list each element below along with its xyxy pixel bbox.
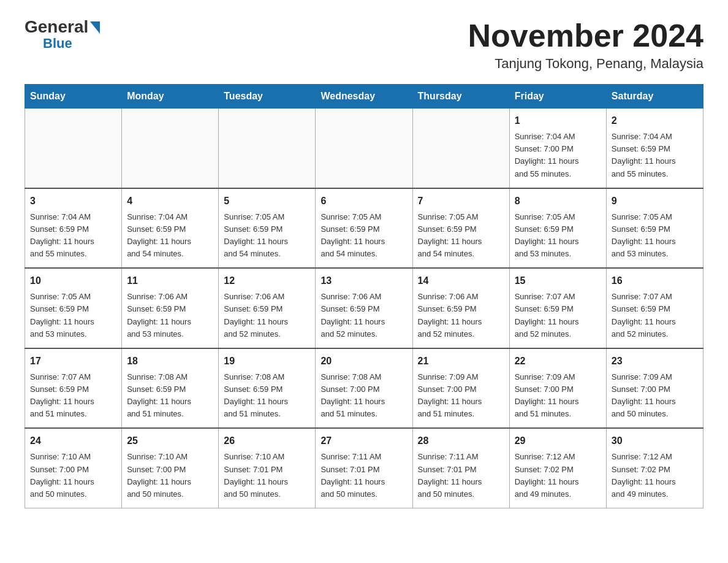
day-info: Sunrise: 7:10 AM Sunset: 7:00 PM Dayligh…: [30, 451, 116, 500]
day-info: Sunrise: 7:04 AM Sunset: 6:59 PM Dayligh…: [127, 211, 213, 261]
calendar-cell: [412, 109, 509, 188]
page-subtitle: Tanjung Tokong, Penang, Malaysia: [468, 56, 703, 72]
day-info: Sunrise: 7:06 AM Sunset: 6:59 PM Dayligh…: [418, 291, 504, 340]
day-info: Sunrise: 7:05 AM Sunset: 6:59 PM Dayligh…: [320, 211, 407, 261]
calendar-week-row: 10Sunrise: 7:05 AM Sunset: 6:59 PM Dayli…: [25, 268, 703, 348]
day-info: Sunrise: 7:08 AM Sunset: 6:59 PM Dayligh…: [224, 371, 310, 421]
calendar-cell: 4Sunrise: 7:04 AM Sunset: 6:59 PM Daylig…: [122, 188, 219, 269]
day-number: 2: [612, 113, 698, 128]
calendar-cell: 5Sunrise: 7:05 AM Sunset: 6:59 PM Daylig…: [219, 188, 316, 269]
day-number: 14: [418, 274, 504, 288]
day-number: 28: [418, 434, 504, 448]
logo: General Blue: [25, 18, 100, 52]
day-number: 7: [418, 194, 504, 209]
calendar-cell: 29Sunrise: 7:12 AM Sunset: 7:02 PM Dayli…: [509, 428, 606, 508]
calendar-cell: 21Sunrise: 7:09 AM Sunset: 7:00 PM Dayli…: [412, 348, 509, 429]
day-number: 11: [127, 274, 213, 288]
day-info: Sunrise: 7:04 AM Sunset: 6:59 PM Dayligh…: [30, 211, 116, 261]
calendar-week-row: 17Sunrise: 7:07 AM Sunset: 6:59 PM Dayli…: [25, 348, 703, 429]
day-info: Sunrise: 7:06 AM Sunset: 6:59 PM Dayligh…: [320, 291, 407, 340]
day-number: 22: [515, 354, 601, 369]
day-info: Sunrise: 7:05 AM Sunset: 6:59 PM Dayligh…: [30, 291, 116, 340]
day-info: Sunrise: 7:08 AM Sunset: 6:59 PM Dayligh…: [127, 371, 213, 421]
day-info: Sunrise: 7:04 AM Sunset: 6:59 PM Dayligh…: [612, 131, 698, 180]
day-number: 30: [612, 434, 698, 448]
day-info: Sunrise: 7:11 AM Sunset: 7:01 PM Dayligh…: [418, 451, 504, 500]
calendar-header-wednesday: Wednesday: [316, 85, 412, 109]
calendar-header-friday: Friday: [509, 85, 606, 109]
day-info: Sunrise: 7:07 AM Sunset: 6:59 PM Dayligh…: [30, 371, 116, 421]
calendar-cell: 11Sunrise: 7:06 AM Sunset: 6:59 PM Dayli…: [122, 268, 219, 348]
day-number: 9: [612, 194, 698, 209]
logo-triangle-icon: [90, 21, 100, 34]
day-info: Sunrise: 7:05 AM Sunset: 6:59 PM Dayligh…: [224, 211, 310, 261]
calendar-week-row: 24Sunrise: 7:10 AM Sunset: 7:00 PM Dayli…: [25, 428, 703, 508]
day-info: Sunrise: 7:07 AM Sunset: 6:59 PM Dayligh…: [612, 291, 698, 340]
calendar-cell: [219, 109, 316, 188]
calendar-cell: 30Sunrise: 7:12 AM Sunset: 7:02 PM Dayli…: [606, 428, 703, 508]
day-info: Sunrise: 7:09 AM Sunset: 7:00 PM Dayligh…: [418, 371, 504, 421]
calendar-cell: 20Sunrise: 7:08 AM Sunset: 7:00 PM Dayli…: [316, 348, 412, 429]
calendar-cell: 25Sunrise: 7:10 AM Sunset: 7:00 PM Dayli…: [122, 428, 219, 508]
calendar-cell: 14Sunrise: 7:06 AM Sunset: 6:59 PM Dayli…: [412, 268, 509, 348]
calendar-header-thursday: Thursday: [412, 85, 509, 109]
calendar-cell: 12Sunrise: 7:06 AM Sunset: 6:59 PM Dayli…: [219, 268, 316, 348]
calendar-cell: [316, 109, 412, 188]
day-info: Sunrise: 7:10 AM Sunset: 7:01 PM Dayligh…: [224, 451, 310, 500]
day-info: Sunrise: 7:12 AM Sunset: 7:02 PM Dayligh…: [515, 451, 601, 500]
day-number: 4: [127, 194, 213, 209]
day-info: Sunrise: 7:11 AM Sunset: 7:01 PM Dayligh…: [320, 451, 407, 500]
calendar-cell: 1Sunrise: 7:04 AM Sunset: 7:00 PM Daylig…: [509, 109, 606, 188]
calendar-cell: 10Sunrise: 7:05 AM Sunset: 6:59 PM Dayli…: [25, 268, 122, 348]
day-info: Sunrise: 7:10 AM Sunset: 7:00 PM Dayligh…: [127, 451, 213, 500]
calendar-table: SundayMondayTuesdayWednesdayThursdayFrid…: [25, 84, 703, 508]
day-number: 19: [224, 354, 310, 369]
day-info: Sunrise: 7:05 AM Sunset: 6:59 PM Dayligh…: [612, 211, 698, 261]
day-number: 21: [418, 354, 504, 369]
day-number: 12: [224, 274, 310, 288]
calendar-cell: 24Sunrise: 7:10 AM Sunset: 7:00 PM Dayli…: [25, 428, 122, 508]
page-header: General Blue November 2024 Tanjung Tokon…: [25, 18, 703, 72]
calendar-cell: 3Sunrise: 7:04 AM Sunset: 6:59 PM Daylig…: [25, 188, 122, 269]
day-number: 1: [515, 113, 601, 128]
day-number: 20: [320, 354, 407, 369]
calendar-week-row: 1Sunrise: 7:04 AM Sunset: 7:00 PM Daylig…: [25, 109, 703, 188]
day-number: 29: [515, 434, 601, 448]
calendar-cell: 27Sunrise: 7:11 AM Sunset: 7:01 PM Dayli…: [316, 428, 412, 508]
day-number: 3: [30, 194, 116, 209]
day-info: Sunrise: 7:07 AM Sunset: 6:59 PM Dayligh…: [515, 291, 601, 340]
day-number: 8: [515, 194, 601, 209]
day-number: 13: [320, 274, 407, 288]
calendar-header-saturday: Saturday: [606, 85, 703, 109]
page-title: November 2024: [468, 18, 703, 53]
calendar-cell: 2Sunrise: 7:04 AM Sunset: 6:59 PM Daylig…: [606, 109, 703, 188]
day-number: 15: [515, 274, 601, 288]
calendar-cell: 15Sunrise: 7:07 AM Sunset: 6:59 PM Dayli…: [509, 268, 606, 348]
day-info: Sunrise: 7:12 AM Sunset: 7:02 PM Dayligh…: [612, 451, 698, 500]
day-info: Sunrise: 7:05 AM Sunset: 6:59 PM Dayligh…: [418, 211, 504, 261]
day-number: 27: [320, 434, 407, 448]
calendar-cell: 23Sunrise: 7:09 AM Sunset: 7:00 PM Dayli…: [606, 348, 703, 429]
calendar-header-monday: Monday: [122, 85, 219, 109]
calendar-cell: 6Sunrise: 7:05 AM Sunset: 6:59 PM Daylig…: [316, 188, 412, 269]
calendar-cell: [122, 109, 219, 188]
day-number: 5: [224, 194, 310, 209]
day-number: 10: [30, 274, 116, 288]
logo-blue-text: Blue: [43, 36, 72, 52]
calendar-cell: [25, 109, 122, 188]
logo-general-text: General: [25, 18, 88, 36]
calendar-cell: 18Sunrise: 7:08 AM Sunset: 6:59 PM Dayli…: [122, 348, 219, 429]
calendar-header-row: SundayMondayTuesdayWednesdayThursdayFrid…: [25, 85, 703, 109]
day-info: Sunrise: 7:09 AM Sunset: 7:00 PM Dayligh…: [612, 371, 698, 421]
calendar-week-row: 3Sunrise: 7:04 AM Sunset: 6:59 PM Daylig…: [25, 188, 703, 269]
day-info: Sunrise: 7:04 AM Sunset: 7:00 PM Dayligh…: [515, 131, 601, 180]
day-info: Sunrise: 7:08 AM Sunset: 7:00 PM Dayligh…: [320, 371, 407, 421]
calendar-cell: 19Sunrise: 7:08 AM Sunset: 6:59 PM Dayli…: [219, 348, 316, 429]
day-number: 26: [224, 434, 310, 448]
day-number: 25: [127, 434, 213, 448]
calendar-cell: 7Sunrise: 7:05 AM Sunset: 6:59 PM Daylig…: [412, 188, 509, 269]
calendar-cell: 16Sunrise: 7:07 AM Sunset: 6:59 PM Dayli…: [606, 268, 703, 348]
calendar-cell: 9Sunrise: 7:05 AM Sunset: 6:59 PM Daylig…: [606, 188, 703, 269]
day-number: 16: [612, 274, 698, 288]
day-number: 6: [320, 194, 407, 209]
